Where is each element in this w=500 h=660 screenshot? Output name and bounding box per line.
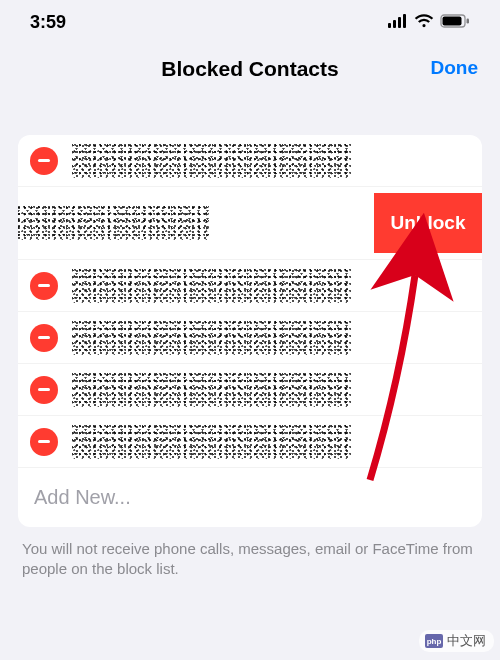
delete-minus-icon[interactable] — [30, 147, 58, 175]
blocked-contacts-list: Unblock Add New... — [18, 135, 482, 527]
blocked-contact-row[interactable] — [18, 135, 482, 187]
unblock-button[interactable]: Unblock — [374, 193, 482, 253]
status-bar: 3:59 — [0, 0, 500, 39]
watermark-logo-icon: php — [425, 634, 443, 648]
delete-minus-icon[interactable] — [30, 272, 58, 300]
contact-name — [72, 321, 470, 355]
watermark-text: 中文网 — [447, 632, 486, 650]
wifi-icon — [414, 12, 434, 33]
status-icons — [388, 12, 470, 33]
svg-rect-0 — [388, 23, 391, 28]
add-new-contact[interactable]: Add New... — [18, 468, 482, 527]
svg-rect-6 — [467, 19, 470, 24]
contact-name — [72, 373, 470, 407]
page-title: Blocked Contacts — [161, 57, 338, 81]
svg-rect-2 — [398, 17, 401, 28]
svg-rect-3 — [403, 14, 406, 28]
contact-name — [72, 425, 470, 459]
contact-name — [18, 206, 362, 240]
clock: 3:59 — [30, 12, 66, 33]
blocked-contact-row[interactable] — [18, 364, 482, 416]
svg-rect-5 — [443, 17, 462, 26]
blocked-contact-row[interactable] — [18, 312, 482, 364]
delete-minus-icon[interactable] — [30, 428, 58, 456]
svg-rect-1 — [393, 20, 396, 28]
header: Blocked Contacts Done — [0, 39, 500, 107]
done-button[interactable]: Done — [431, 57, 479, 79]
blocked-contact-row[interactable] — [18, 260, 482, 312]
delete-minus-icon[interactable] — [30, 376, 58, 404]
watermark: php 中文网 — [419, 630, 494, 652]
battery-icon — [440, 12, 470, 33]
blocked-contact-row[interactable] — [18, 416, 482, 468]
contact-name — [72, 144, 470, 178]
delete-minus-icon[interactable] — [30, 324, 58, 352]
footer-note: You will not receive phone calls, messag… — [22, 539, 478, 580]
signal-icon — [388, 12, 408, 33]
blocked-contact-row[interactable]: Unblock — [18, 187, 482, 260]
contact-name — [72, 269, 470, 303]
